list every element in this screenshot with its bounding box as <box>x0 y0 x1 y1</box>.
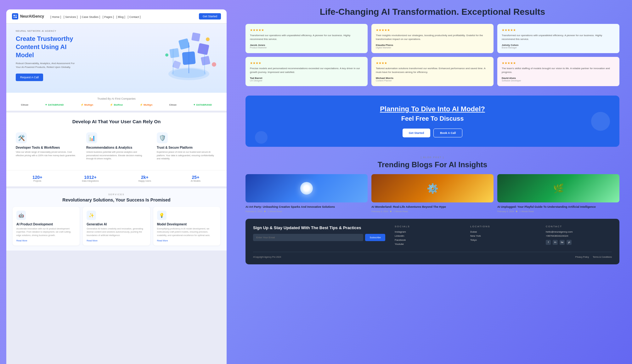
footer-contact-col: CONTACT hello@neuraigency.com +997643634… <box>546 225 612 245</box>
hero-cta-button[interactable]: Request A Call <box>16 74 43 81</box>
privacy-policy-link[interactable]: Privacy Policy <box>575 256 589 258</box>
feature-desc-1: View our whole range of reasonably price… <box>16 151 76 157</box>
svg-rect-10 <box>201 56 211 66</box>
service-desc-1: Accelerate innovation with our AI produc… <box>16 227 76 237</box>
testimonial-card-4: ★★★★ Precise models and personalized rec… <box>245 57 368 86</box>
social-icon-2[interactable]: in <box>553 240 558 245</box>
get-started-nav-button[interactable]: Get Started <box>199 13 221 19</box>
blog-dot-1 <box>264 211 266 212</box>
analytics-icon: 📊 <box>86 132 97 143</box>
trusted-logo-4: ⚡ BizRise <box>110 103 123 106</box>
footer-links: Privacy Policy Terms & Conditions <box>575 256 612 258</box>
testimonials-section: Life-Changing AI Transformation. Excepti… <box>245 6 619 86</box>
footer-socials-title: SOCIALS <box>395 225 461 228</box>
footer-bottom: #Copyright Agency Pre 2024 Privacy Polic… <box>253 252 612 258</box>
testimonial-text-4: Precise models and personalized recommen… <box>250 67 363 74</box>
stars-1: ★★★★★ <box>250 28 363 32</box>
trusted-logo-6: Clinze <box>169 103 177 106</box>
newsletter-email-input[interactable] <box>253 234 363 241</box>
testimonial-author-3: Johnty Cohen <box>502 44 615 47</box>
stat-models: 25+ AI Models <box>191 175 200 182</box>
svg-point-16 <box>206 37 210 41</box>
svg-rect-3 <box>15 17 17 18</box>
develop-title: Develop AI That Your User Can Rely On <box>13 119 220 124</box>
newsletter-form: Subscribe <box>253 234 385 241</box>
social-icon-3[interactable]: tw <box>560 240 565 245</box>
features-grid: 🛠️ Developer Tools & Workflows View our … <box>13 129 220 164</box>
feature-desc-3: Experience peace of mind on our trusted … <box>157 151 217 161</box>
footer-contact-phone: +997643634224324 <box>546 234 612 237</box>
testimonial-card-1: ★★★★★ Transformed our operations with un… <box>245 24 368 53</box>
hero-subtitle: Robust Observability, Analytics, And Ass… <box>16 62 79 69</box>
blog-card-title-3: AI Unplugged: Your Playful Guide To Unde… <box>497 205 619 209</box>
feature-title-1: Developer Tools & Workflows <box>16 146 76 149</box>
stat-users: 2k+ Happy Users <box>138 175 151 182</box>
feature-desc-2: Unlock business potential with precise a… <box>86 151 147 161</box>
feature-card-1: 🛠️ Developer Tools & Workflows View our … <box>13 129 79 164</box>
trusted-logo-3: ⚡ Multign <box>81 103 93 106</box>
blog-grid: AI Art Party: Unleashing Creative Sparks… <box>245 174 619 212</box>
testimonials-grid: ★★★★★ Transformed our operations with un… <box>245 24 619 86</box>
nav-pages[interactable]: [ Pages ] <box>103 15 114 19</box>
footer-contact-title: CONTACT <box>546 225 612 228</box>
footer-instagram: Instagram <box>395 230 461 233</box>
services-section: SERVICES Revolutionary Solutions, Your S… <box>6 188 227 251</box>
social-icon-4[interactable]: yt <box>567 240 572 245</box>
service-name-3: Model Development <box>157 223 217 226</box>
cta-get-started-button[interactable]: Get Started <box>403 129 431 137</box>
nav-services[interactable]: [ Services ] <box>64 15 78 19</box>
terms-link[interactable]: Terms & Conditions <box>593 256 612 258</box>
svg-rect-9 <box>172 60 181 69</box>
footer-tokyo: Tokyo <box>470 239 536 241</box>
stats-row: 120+ Projects 1012+ Data Integrations 2k… <box>6 170 227 186</box>
svg-rect-5 <box>191 32 200 41</box>
testimonial-text-1: Transformed our operations with unparall… <box>250 34 363 41</box>
blog-badge: [ BLOG POST ] <box>245 156 619 158</box>
read-more-1[interactable]: Read More <box>16 240 76 242</box>
footer-social-icons: f in tw yt <box>546 240 612 245</box>
footer-youtube: Youtube <box>395 243 461 245</box>
testimonial-author-2: Klaudia Phens <box>376 44 489 47</box>
blog-image-2: ⚙️ <box>371 174 494 202</box>
cta-banner: Planning To Dive Into AI Model? Feel Fre… <box>245 96 619 147</box>
nav-contact[interactable]: [ Contact ] <box>128 15 141 19</box>
service-desc-2: Generative AI fosters creativity and inn… <box>87 227 146 237</box>
model-dev-icon: 💡 <box>157 211 166 220</box>
testimonial-text-3: Transformed our operations with unparall… <box>502 34 615 41</box>
footer-dubai: Dubai <box>470 230 536 233</box>
stars-4: ★★★★ <box>250 61 363 65</box>
social-icon-1[interactable]: f <box>546 240 551 245</box>
services-title: Revolutionary Solutions, Your Success Is… <box>13 197 220 202</box>
nav-case-studies[interactable]: [ Case Studies ] <box>80 15 100 19</box>
feature-card-2: 📊 Recommendations & Analytics Unlock bus… <box>83 129 150 164</box>
cta-buttons: Get Started Book A Call <box>258 129 607 137</box>
service-desc-3: Exemplifying proficiency in AI model dev… <box>157 227 217 237</box>
newsletter-subscribe-button[interactable]: Subscribe <box>365 234 385 241</box>
trusted-logo-1: Clinze <box>21 103 29 106</box>
testimonial-text-6: The team's skilful staffing of models br… <box>502 67 615 74</box>
blog-card-title-1: AI Art Party: Unleashing Creative Sparks… <box>245 205 368 209</box>
feature-card-3: 🛡️ Trust & Secure Platform Experience pe… <box>154 129 220 164</box>
testimonial-role-5: Content Planner <box>376 80 489 82</box>
footer-newsletter-title: Sign Up & Stay Updated With The Best Tip… <box>253 225 385 231</box>
service-card-2: ✨ Generative AI Generative AI fosters cr… <box>83 207 150 246</box>
footer-new-york: New York <box>470 234 536 237</box>
nav-blog[interactable]: [ Blog ] <box>116 15 125 19</box>
read-more-3[interactable]: Read More <box>157 240 217 242</box>
trusted-logo-7: ✦ DATABRAND <box>193 103 212 106</box>
service-card-3: 💡 Model Development Exemplifying profici… <box>153 207 220 246</box>
read-more-2[interactable]: Read More <box>87 240 146 242</box>
footer-locations-title: LOCATIONS <box>470 225 536 228</box>
trusted-logo-5: ⚡ Multign <box>140 103 153 106</box>
cta-book-call-button[interactable]: Book A Call <box>433 129 462 137</box>
right-panel: Life-Changing AI Transformation. Excepti… <box>233 0 632 364</box>
nav-home[interactable]: [ Home ] <box>50 15 61 19</box>
cta-decoration-1 <box>591 112 610 131</box>
stars-5: ★★★★ <box>376 61 489 65</box>
trusted-logo-2: ✦ DATABRAND <box>45 103 64 106</box>
hero-title: Create Trustworthy Content Using AI Mode… <box>16 35 85 59</box>
blog-card-3: 🌿 AI Unplugged: Your Playful Guide To Un… <box>497 174 619 212</box>
footer-copyright: #Copyright Agency Pre 2024 <box>253 256 281 258</box>
testimonial-role-1: Product Marketer <box>250 47 363 49</box>
blog-card-title-2: AI Wonderland: Real-Life Adventures Beyo… <box>371 205 494 209</box>
